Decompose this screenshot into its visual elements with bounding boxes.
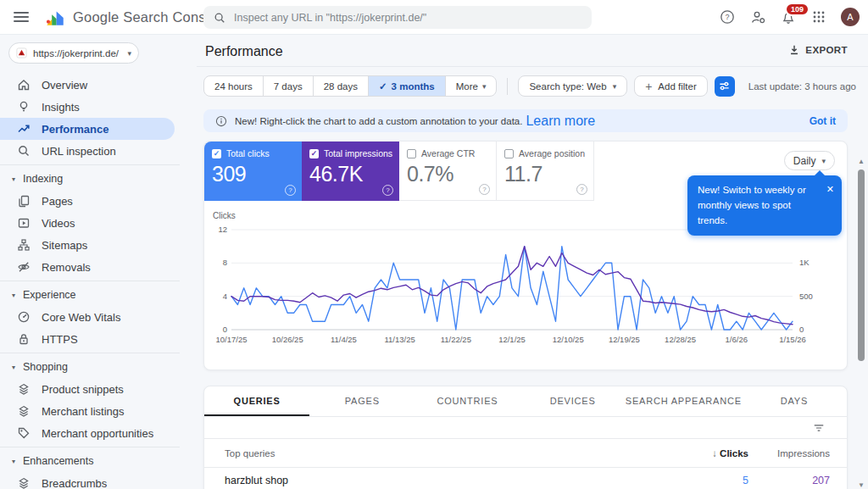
sidebar-item-core-web-vitals[interactable]: Core Web Vitals [0, 306, 175, 328]
avatar[interactable]: A [841, 8, 860, 26]
add-filter-button[interactable]: +Add filter [634, 75, 708, 97]
table-row[interactable]: harzblut shop 5 207 [204, 468, 847, 489]
scroll-up-arrow[interactable]: ▲ [857, 158, 865, 165]
metric-value: 11.7 [504, 162, 586, 186]
sidebar-item-merchant-listings[interactable]: Merchant listings [0, 400, 175, 422]
section-label: Experience [23, 289, 76, 301]
date-range-more[interactable]: More▾ [445, 76, 497, 96]
info-icon [215, 115, 227, 127]
sidebar-item-product-snippets[interactable]: Product snippets [0, 378, 175, 400]
apps-grid-icon[interactable] [810, 8, 827, 25]
metric-value: 46.7K [309, 162, 392, 186]
video-icon [17, 216, 31, 230]
tab-search-appearance[interactable]: SEARCH APPEARANCE [626, 386, 742, 416]
sidebar-item-videos[interactable]: Videos [0, 212, 175, 234]
sidebar-item-insights[interactable]: Insights [0, 96, 175, 118]
sidebar-item-overview[interactable]: Overview [0, 74, 175, 96]
hamburger-menu-icon[interactable] [14, 12, 29, 22]
layers-icon [17, 476, 31, 489]
sidebar-item-merchant-opportunities[interactable]: Merchant opportunities [0, 422, 175, 444]
metric-checkbox[interactable] [504, 149, 514, 158]
tab-devices[interactable]: DEVICES [520, 386, 626, 416]
tab-pages[interactable]: PAGES [309, 386, 415, 416]
tab-queries[interactable]: QUERIES [204, 386, 309, 416]
date-range-3-months[interactable]: ✓3 months [368, 76, 445, 96]
help-icon[interactable]: ? [479, 184, 490, 195]
lightbulb-icon [17, 100, 31, 114]
filter-settings-button[interactable] [715, 76, 735, 97]
metric-checkbox[interactable]: ✓ [309, 149, 319, 158]
property-selector[interactable]: https://jokerprint.de/ ▾ [8, 42, 139, 64]
metric-card-total-impressions[interactable]: ✓ Total impressions 46.7K ? [302, 142, 399, 201]
metric-card-total-clicks[interactable]: ✓ Total clicks 309 ? [204, 142, 302, 201]
sidebar-item-sitemaps[interactable]: Sitemaps [0, 234, 175, 256]
tab-countries[interactable]: COUNTRIES [415, 386, 520, 416]
granularity-dropdown[interactable]: Daily▾ [784, 151, 835, 170]
user-settings-icon[interactable] [749, 8, 766, 25]
sidebar-item-label: Performance [42, 123, 108, 136]
export-button[interactable]: EXPORT [788, 44, 848, 56]
scrollbar-thumb[interactable] [858, 169, 865, 361]
search-icon [214, 12, 225, 24]
help-icon[interactable]: ? [719, 8, 736, 25]
sidebar-item-breadcrumbs[interactable]: Breadcrumbs [0, 472, 175, 489]
metric-checkbox[interactable] [407, 149, 416, 158]
search-type-filter[interactable]: Search type: Web▾ [518, 75, 627, 97]
column-clicks-sorted[interactable]: ↓ Clicks [638, 448, 748, 458]
sidebar-item-label: Merchant opportunities [42, 427, 153, 440]
section-collapse-icon: ▾ [12, 292, 15, 299]
date-range-7-days[interactable]: 7 days [263, 76, 313, 96]
sidebar-item-performance[interactable]: Performance [0, 118, 175, 140]
tooltip-pointer [815, 170, 825, 175]
metric-value: 0.7% [407, 162, 488, 186]
table-filter-strip [204, 417, 847, 439]
section-collapse-icon: ▾ [12, 458, 15, 465]
column-top-queries[interactable]: Top queries [204, 448, 638, 458]
help-icon[interactable]: ? [382, 185, 393, 196]
search-input[interactable] [234, 12, 581, 24]
sidebar-item-https[interactable]: HTTPS [0, 328, 175, 350]
got-it-button[interactable]: Got it [810, 115, 836, 127]
sidebar-item-label: Merchant listings [42, 405, 125, 418]
sidebar-item-label: Insights [42, 101, 80, 114]
learn-more-link[interactable]: Learn more [526, 114, 595, 129]
scroll-down-arrow[interactable]: ▼ [857, 481, 865, 489]
filter-bar: 24 hours7 days28 days✓3 monthsMore▾ Sear… [203, 75, 856, 97]
app-title: Google Search Console [73, 9, 225, 25]
home-icon [17, 78, 31, 92]
main-scrollbar[interactable]: ▲ ▼ [856, 158, 866, 489]
sidebar-section-shopping[interactable]: ▾Shopping [0, 356, 197, 378]
sitemap-icon [17, 238, 31, 252]
sidebar-section-indexing[interactable]: ▾Indexing [0, 168, 197, 190]
sidebar-item-url-inspection[interactable]: URL inspection [0, 140, 175, 162]
clicks-cell: 5 [638, 475, 748, 486]
column-impressions[interactable]: Impressions [748, 448, 847, 458]
gauge-icon [17, 310, 31, 324]
sidebar-section-experience[interactable]: ▾Experience [0, 284, 197, 306]
help-icon[interactable]: ? [576, 184, 587, 195]
sidebar-item-removals[interactable]: Removals [0, 256, 175, 278]
search-icon [17, 144, 31, 158]
filter-list-icon[interactable] [813, 422, 825, 434]
sidebar: https://jokerprint.de/ ▾ OverviewInsight… [0, 34, 197, 489]
close-icon[interactable]: ✕ [826, 182, 834, 197]
metric-checkbox[interactable]: ✓ [212, 149, 221, 158]
layers-icon [17, 404, 31, 418]
chevron-down-icon: ▾ [821, 157, 826, 165]
url-inspect-searchbar[interactable] [203, 6, 592, 29]
help-icon[interactable]: ? [285, 185, 296, 196]
banner-text: New! Right-click the chart to add a cust… [235, 116, 522, 126]
layers-icon [17, 382, 31, 396]
metric-card-average-position[interactable]: Average position 11.7 ? [497, 142, 594, 201]
table-header: Top queries ↓ Clicks Impressions [204, 439, 847, 468]
metric-card-average-ctr[interactable]: Average CTR 0.7% ? [399, 142, 497, 201]
sidebar-item-label: Removals [42, 261, 91, 274]
sidebar-item-label: Product snippets [42, 383, 124, 396]
tab-days[interactable]: DAYS [742, 386, 847, 416]
sidebar-item-pages[interactable]: Pages [0, 190, 175, 212]
date-range-24-hours[interactable]: 24 hours [204, 76, 263, 96]
notifications-bell-icon[interactable]: 109 [780, 8, 797, 25]
date-range-28-days[interactable]: 28 days [313, 76, 368, 96]
sidebar-section-enhancements[interactable]: ▾Enhancements [0, 450, 197, 472]
svg-text:12: 12 [218, 225, 227, 234]
